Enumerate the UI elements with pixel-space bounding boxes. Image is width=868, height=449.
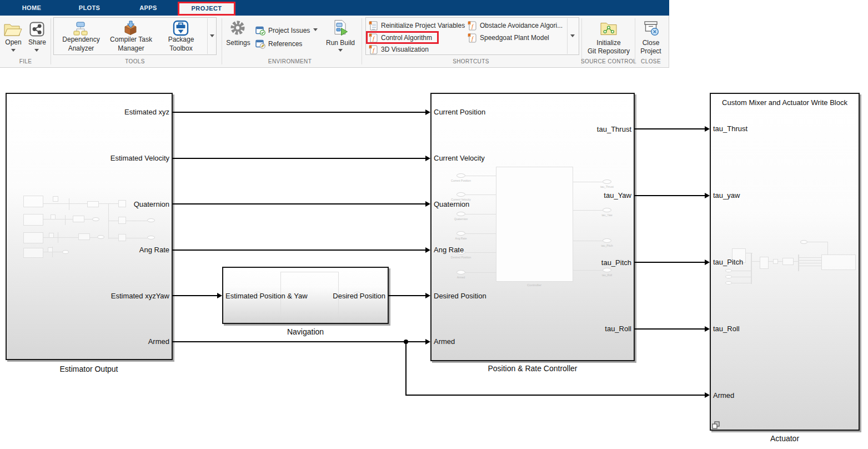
wire-arrowhead [425,247,430,253]
ghost-shape [51,214,56,219]
ghost-shape [725,275,732,278]
ghost-shape [465,233,496,234]
wire-desired-position[interactable] [389,295,425,296]
wire-arrowhead [705,326,710,332]
ghost-shape [108,203,109,239]
wire-armed[interactable] [173,341,425,342]
package-toolbox-button[interactable]: Package [153,36,209,43]
ghost-shape [84,219,92,219]
ghost-shape [732,271,751,271]
matlab-project-window: HOME PLOTS APPS PROJECT Open Share FILE … [0,0,868,449]
open-dropdown-caret[interactable] [11,49,16,52]
ghost-shape [456,270,465,275]
initialize-git-icon [600,21,617,36]
estimator-output-block[interactable] [6,93,173,360]
ghost-port-label: tau_Pitch [590,244,624,247]
tools-section-label: TOOLS [107,58,163,64]
open-button[interactable]: Open [0,38,27,46]
references-button[interactable]: References [268,40,302,48]
shortcut-3d-visualization[interactable]: 3D Visualization [381,46,429,53]
dependency-analyzer-icon [72,21,89,36]
package-toolbox-icon [173,20,189,36]
actuator-block-title: Custom Mixer and Actuator Write Block [713,98,857,107]
ghost-shape [799,257,821,258]
tab-plots[interactable]: PLOTS [67,0,112,16]
wire-armed-branch[interactable] [405,395,705,396]
ghost-shape [23,232,43,243]
navigation-port-input: Estimated Position & Yaw [225,292,308,300]
wire-armed-branch-vertical[interactable] [405,341,407,395]
initialize-git-button[interactable]: Initialize [581,39,636,47]
ghost-port-label: Armed [444,276,478,279]
controller-port-tau-pitch: tau_Pitch [564,258,631,267]
tab-home[interactable]: HOME [9,0,54,16]
controller-port-current-velocity: Current Velocity [434,154,485,162]
ghost-shape [23,214,43,226]
shortcut-reinitialize-project-variables[interactable]: Reinitialize Project Variables [381,22,465,29]
controller-port-tau-yaw: tau_Yaw [564,191,631,199]
ghost-shape [147,218,155,222]
ghost-shape [108,221,118,221]
ghost-shape [827,242,828,255]
ghost-shape [778,261,782,262]
share-dropdown-caret[interactable] [34,49,39,52]
project-issues-caret[interactable] [313,28,318,31]
actuator-port-tau-yaw: tau_yaw [713,191,740,199]
tools-gallery-caret[interactable] [210,34,214,37]
wire-tau-pitch[interactable] [635,262,705,263]
ghost-shape [108,238,118,238]
shortcut-speedgoat-plant-model[interactable]: Speedgoat Plant Model [480,34,549,42]
shortcut-obstacle-avoidance[interactable]: Obstacle Avoidance Algori... [480,22,563,29]
close-project-button-line2[interactable]: Project [629,47,673,55]
run-build-caret[interactable] [338,49,343,52]
ghost-shape [49,233,54,238]
share-button[interactable]: Share [24,38,51,46]
close-project-button[interactable]: Close [629,39,673,47]
controller-port-current-position: Current Position [434,108,485,116]
ghost-shape [465,252,496,253]
compiler-task-manager-button[interactable]: Compiler Task [103,36,159,43]
section-divider [51,18,51,64]
ghost-shape [603,179,611,184]
wire-ang-rate[interactable] [173,250,425,251]
wire-estimated-xyz[interactable] [173,112,425,113]
project-issues-button[interactable]: Project Issues [268,27,310,34]
wire-estimated-xyzyaw[interactable] [173,295,217,296]
wire-quaternion[interactable] [173,203,425,204]
speedgoat-plant-model-icon: f [468,33,476,43]
initialize-git-button-line2[interactable]: Git Repository [581,47,636,55]
ghost-shape [456,231,465,236]
ghost-shape [773,259,778,264]
controller-port-desired-position: Desired Position [434,292,486,300]
wire-arrowhead [425,339,430,345]
actuator-port-tau-thrust: tau_Thrust [713,124,747,133]
ghost-shape [821,255,856,270]
run-build-button[interactable]: Run Build [318,39,363,47]
wire-tau-yaw[interactable] [635,195,705,196]
settings-button[interactable]: Settings [219,39,258,47]
compiler-task-manager-button-line2[interactable]: Manager [103,44,159,52]
shortcuts-gallery-caret[interactable] [570,34,575,37]
reinitialize-variables-icon [369,21,378,31]
ghost-subsystem-label: Controller [512,283,556,287]
navigation-block-caption: Navigation [250,327,361,336]
wire-arrowhead [425,109,430,115]
gallery-divider [567,18,568,54]
ghost-shape [23,248,43,258]
wire-arrowhead [705,126,710,132]
wire-tau-thrust[interactable] [635,128,705,129]
control-algorithm-highlight-annotation [366,31,439,44]
actuator-port-tau-pitch: tau_Pitch [713,258,743,266]
dependency-analyzer-button[interactable]: Dependency [53,36,109,43]
ghost-shape [603,238,611,243]
tab-apps[interactable]: APPS [126,0,170,16]
wire-estimated-velocity[interactable] [173,158,425,159]
dependency-analyzer-button-line2[interactable]: Analyzer [53,44,109,52]
estimator-block-caption: Estimator Output [33,365,144,373]
wire-tau-roll[interactable] [635,328,705,330]
ghost-port-label: tau_Thrust [590,185,624,188]
source-control-section-label: SOURCE CONTROL [581,58,636,64]
estimator-port-estimated-velocity: Estimated Velocity [56,154,169,162]
package-toolbox-button-line2[interactable]: Toolbox [153,44,209,52]
ghost-shape [573,241,603,241]
